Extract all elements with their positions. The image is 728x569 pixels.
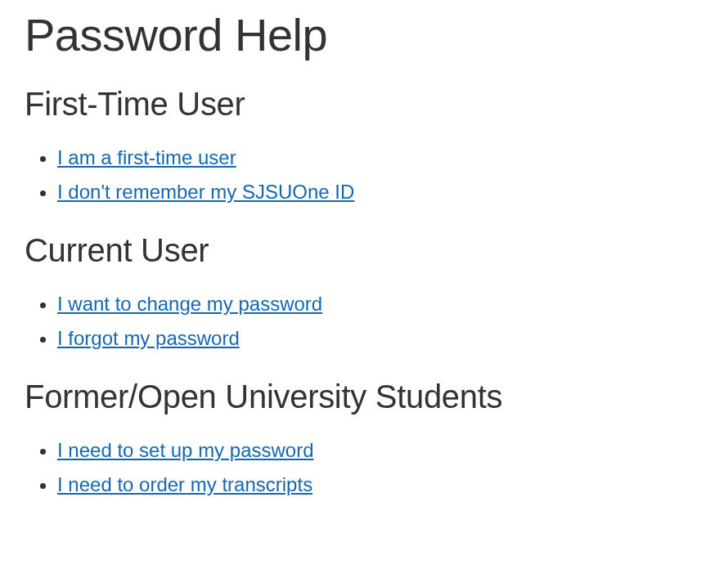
- section-heading-first-time: First-Time User: [25, 86, 703, 123]
- link-forgot-password[interactable]: I forgot my password: [57, 327, 240, 349]
- list-item: I want to change my password: [57, 287, 703, 321]
- section-current-user: Current User I want to change my passwor…: [25, 232, 703, 356]
- link-setup-password[interactable]: I need to set up my password: [57, 439, 314, 461]
- link-dont-remember-id[interactable]: I don't remember my SJSUOne ID: [57, 181, 354, 203]
- link-list-first-time: I am a first-time user I don't remember …: [25, 141, 703, 209]
- list-item: I forgot my password: [57, 321, 703, 356]
- section-former-students: Former/Open University Students I need t…: [25, 379, 703, 502]
- section-first-time-user: First-Time User I am a first-time user I…: [25, 86, 703, 209]
- link-first-time-user[interactable]: I am a first-time user: [57, 146, 236, 168]
- section-heading-former: Former/Open University Students: [25, 379, 703, 415]
- page-title: Password Help: [25, 8, 703, 61]
- list-item: I am a first-time user: [57, 141, 703, 175]
- link-list-current: I want to change my password I forgot my…: [25, 287, 703, 356]
- section-heading-current: Current User: [25, 232, 703, 269]
- link-change-password[interactable]: I want to change my password: [57, 293, 322, 315]
- list-item: I don't remember my SJSUOne ID: [57, 175, 703, 209]
- link-list-former: I need to set up my password I need to o…: [25, 433, 703, 502]
- list-item: I need to order my transcripts: [57, 468, 703, 502]
- link-order-transcripts[interactable]: I need to order my transcripts: [57, 473, 312, 495]
- list-item: I need to set up my password: [57, 433, 703, 468]
